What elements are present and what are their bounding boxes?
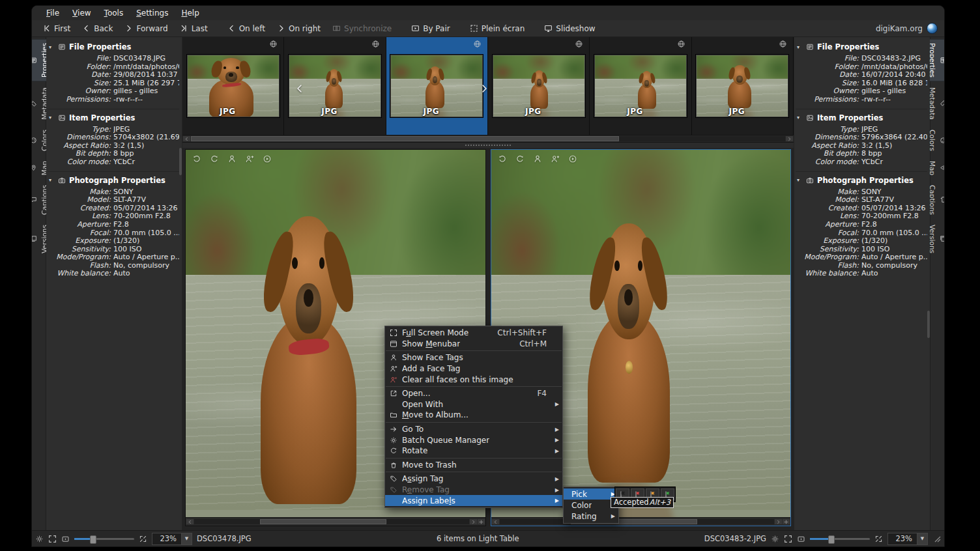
property-row: Aspect Ratio3:2 (1,5): [48, 142, 179, 150]
synchronize-button[interactable]: Synchronize: [327, 23, 397, 35]
menu-item-add-face-tag[interactable]: Add a Face Tag: [385, 363, 562, 374]
thumb-nav-right-icon[interactable]: [479, 81, 489, 96]
captions-tab-icon: [31, 196, 37, 203]
pan-icon[interactable]: [783, 519, 790, 524]
back-button[interactable]: Back: [77, 23, 118, 35]
fullscreen-button[interactable]: Plein écran: [465, 23, 530, 35]
slideshow-play-icon[interactable]: [263, 154, 272, 163]
scroll-left-icon[interactable]: [492, 519, 499, 524]
tab-versions-right[interactable]: Versions: [928, 221, 945, 257]
left-pane-scrollbar[interactable]: [186, 517, 485, 526]
zoom-1-1-icon[interactable]: [797, 535, 805, 543]
menu-help[interactable]: Help: [175, 7, 205, 19]
right-zoom-combobox[interactable]: 23%▼: [887, 533, 928, 545]
collapse-arrow-icon[interactable]: ▾: [797, 177, 803, 183]
thumbnail-6[interactable]: JPG: [692, 37, 794, 135]
menu-tools[interactable]: Tools: [98, 7, 130, 19]
panel-scrollbar[interactable]: [179, 148, 182, 175]
sync-settings-icon[interactable]: [35, 535, 44, 543]
on-right-button[interactable]: On right: [272, 23, 326, 35]
menu-item-assign-labels[interactable]: Assign Labels▶: [385, 495, 562, 506]
zoom-1-1-icon[interactable]: [61, 535, 70, 543]
menu-item-open-with[interactable]: Open With▶: [385, 399, 562, 410]
fit-zoom-icon[interactable]: [874, 535, 883, 543]
menu-item-full-screen-mode[interactable]: Full Screen ModeCtrl+Shift+F: [385, 328, 562, 339]
menu-item-show-face-tags[interactable]: Show Face Tags: [385, 352, 562, 363]
resize-grip[interactable]: [934, 535, 941, 543]
by-pair-button[interactable]: By Pair: [406, 23, 455, 35]
scroll-right-icon[interactable]: [470, 519, 477, 524]
menu-item-go-to[interactable]: Go To▶: [385, 424, 562, 435]
face-tags-icon[interactable]: [227, 154, 237, 163]
panel-scrollbar[interactable]: [927, 311, 930, 338]
tab-captions-right[interactable]: Captions: [928, 181, 945, 219]
property-row: ModelSLT-A77V: [796, 196, 927, 205]
scrollbar-thumb[interactable]: [191, 136, 619, 141]
thumbnail-3-selected[interactable]: JPG: [386, 37, 488, 135]
menu-separator: [386, 458, 562, 459]
rotate-right-icon[interactable]: [210, 154, 219, 163]
chevron-down-icon[interactable]: ▼: [917, 533, 927, 544]
geolocation-icon: [473, 40, 482, 48]
menu-settings[interactable]: Settings: [130, 7, 175, 19]
slideshow-button[interactable]: Slideshow: [539, 23, 600, 35]
thumb-nav-left-icon[interactable]: [295, 81, 305, 96]
scroll-left-icon[interactable]: [183, 136, 190, 141]
add-face-tag-icon[interactable]: [551, 154, 560, 163]
on-left-button[interactable]: On left: [222, 23, 270, 35]
left-zoom-slider[interactable]: [74, 538, 134, 540]
menu-item-show-menubar[interactable]: Show MenubarCtrl+M: [385, 339, 562, 350]
menu-item-assign-tag[interactable]: Assign Tag▶: [385, 473, 562, 485]
menu-item-open[interactable]: Open...F4: [385, 388, 562, 399]
menu-item-move-to-trash[interactable]: Move to Trash: [385, 460, 562, 471]
right-pane-scrollbar[interactable]: [491, 517, 791, 526]
menu-item-clear-faces[interactable]: Clear all faces on this image: [385, 374, 562, 385]
menu-view[interactable]: View: [66, 7, 97, 19]
context-menu: Full Screen ModeCtrl+Shift+F Show Menuba…: [384, 326, 563, 508]
menu-item-move-to-album[interactable]: Move to Album...: [385, 410, 562, 421]
chevron-right-icon: [277, 24, 285, 33]
forward-button[interactable]: Forward: [119, 23, 173, 35]
collapse-arrow-icon[interactable]: ▾: [49, 44, 55, 50]
face-tags-icon[interactable]: [533, 154, 542, 163]
chevron-down-icon[interactable]: ▼: [181, 533, 192, 544]
thumbnail-4[interactable]: JPG: [488, 37, 590, 135]
splitter-handle[interactable]: [182, 143, 794, 148]
scroll-right-icon[interactable]: [786, 136, 793, 141]
menu-item-batch-queue-manager[interactable]: Batch Queue Manager▶: [385, 434, 562, 445]
left-zoom-combobox[interactable]: 23%▼: [152, 533, 192, 545]
collapse-arrow-icon[interactable]: ▾: [797, 115, 803, 120]
rotate-left-icon[interactable]: [498, 154, 507, 163]
geolocation-icon: [779, 40, 787, 48]
tab-colors-right[interactable]: Colors: [928, 126, 945, 155]
collapse-arrow-icon[interactable]: ▾: [49, 177, 55, 183]
thumbnail-1[interactable]: JPG: [182, 37, 284, 135]
tab-metadata-right[interactable]: Metadata: [928, 83, 945, 124]
slideshow-play-icon[interactable]: [568, 154, 577, 163]
sync-settings-icon[interactable]: [771, 535, 779, 543]
thumbbar-scrollbar[interactable]: [182, 135, 794, 143]
scroll-right-icon[interactable]: [775, 519, 782, 524]
menu-item-rotate[interactable]: Rotate▶: [385, 445, 562, 457]
collapse-arrow-icon[interactable]: ▾: [49, 115, 55, 120]
versions-tab-icon: [31, 235, 37, 242]
first-button[interactable]: First: [37, 23, 76, 35]
scrollbar-thumb[interactable]: [260, 519, 386, 524]
fit-to-window-icon[interactable]: [784, 535, 792, 543]
menu-item-remove-tag[interactable]: Remove Tag▶: [385, 485, 562, 496]
submenu-item-rating[interactable]: Rating▶: [564, 511, 618, 522]
fit-to-window-icon[interactable]: [48, 535, 57, 543]
thumbnail-5[interactable]: JPG: [590, 37, 691, 135]
fit-zoom-icon[interactable]: [139, 535, 147, 543]
tab-properties-right[interactable]: Properties: [928, 39, 945, 81]
rotate-left-icon[interactable]: [192, 154, 201, 163]
tab-map-right[interactable]: Map: [928, 157, 945, 179]
scroll-left-icon[interactable]: [186, 519, 194, 524]
pan-icon[interactable]: [478, 519, 485, 524]
rotate-right-icon[interactable]: [515, 154, 525, 163]
add-face-tag-icon[interactable]: [245, 154, 254, 163]
menu-file[interactable]: File: [40, 7, 66, 19]
collapse-arrow-icon[interactable]: ▾: [797, 44, 803, 50]
right-zoom-slider[interactable]: [810, 538, 870, 540]
last-button[interactable]: Last: [175, 23, 213, 35]
